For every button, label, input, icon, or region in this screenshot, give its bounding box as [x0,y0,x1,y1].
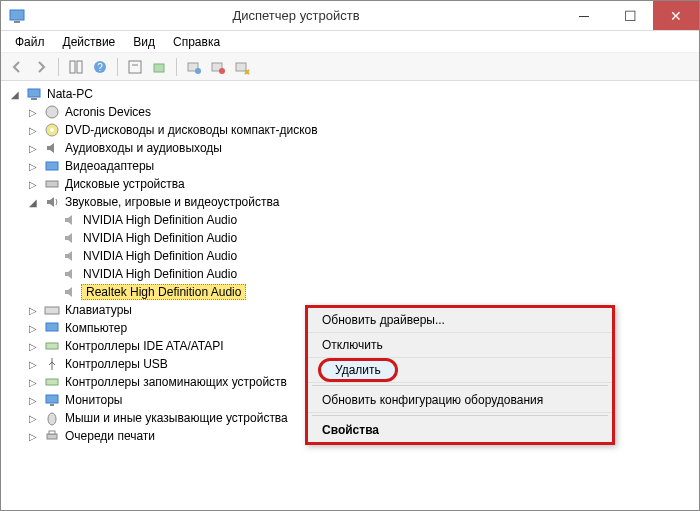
uninstall-icon[interactable] [208,57,228,77]
expander-icon[interactable]: ▷ [25,104,41,120]
expander-icon[interactable]: ◢ [7,86,23,102]
expander-icon[interactable]: ▷ [25,320,41,336]
sound-device-icon [62,284,78,300]
svg-rect-22 [46,323,58,331]
properties-icon[interactable] [125,57,145,77]
context-menu-separator [312,415,608,416]
tree-label: Компьютер [63,321,129,335]
sound-device-icon [62,212,78,228]
svg-point-16 [46,106,58,118]
tree-label: Клавиатуры [63,303,134,317]
tree-label: Мониторы [63,393,124,407]
tree-label: NVIDIA High Definition Audio [81,249,239,263]
sound-icon [44,194,60,210]
expander-spacer [43,284,59,300]
expander-spacer [43,212,59,228]
update-icon[interactable] [149,57,169,77]
context-menu-disable[interactable]: Отключить [308,333,612,358]
expander-icon[interactable]: ▷ [25,410,41,426]
svg-rect-25 [46,395,58,403]
expander-icon[interactable]: ▷ [25,176,41,192]
menu-file[interactable]: Файл [7,33,53,51]
tree-label: Acronis Devices [63,105,153,119]
tree-item[interactable]: ▷ Видеоадаптеры [7,157,693,175]
disable-icon[interactable] [232,57,252,77]
minimize-button[interactable]: ─ [561,1,607,30]
tree-root[interactable]: ◢ Nata-PC [7,85,693,103]
app-icon [9,8,25,24]
expander-icon[interactable]: ▷ [25,428,41,444]
svg-rect-23 [46,343,58,349]
disk-drive-icon [44,176,60,192]
svg-rect-15 [31,98,37,100]
context-menu-delete[interactable]: Удалить [308,358,612,383]
tree-item[interactable]: ▷ DVD-дисководы и дисководы компакт-диск… [7,121,693,139]
sound-device-icon [62,248,78,264]
scan-hardware-icon[interactable] [184,57,204,77]
menu-action[interactable]: Действие [55,33,124,51]
expander-icon[interactable]: ▷ [25,140,41,156]
computer-icon [26,86,42,102]
tree-label: Контроллеры IDE ATA/ATAPI [63,339,226,353]
svg-rect-0 [10,10,24,20]
window-title: Диспетчер устройств [31,8,561,23]
usb-icon [44,356,60,372]
context-menu-properties[interactable]: Свойства [308,418,612,442]
show-hide-tree-button[interactable] [66,57,86,77]
menu-help[interactable]: Справка [165,33,228,51]
storage-controller-icon [44,374,60,390]
back-button[interactable] [7,57,27,77]
tree-item[interactable]: ▷ Дисковые устройства [7,175,693,193]
expander-spacer [43,248,59,264]
svg-rect-3 [77,61,82,73]
device-tree[interactable]: ◢ Nata-PC ▷ Acronis Devices ▷ DVD-дисков… [1,81,699,508]
expander-icon[interactable]: ◢ [25,194,41,210]
svg-rect-1 [14,21,20,23]
tree-item[interactable]: ◢ Звуковые, игровые и видеоустройства [7,193,693,211]
tree-label: DVD-дисководы и дисководы компакт-дисков [63,123,320,137]
svg-rect-19 [46,162,58,170]
svg-rect-13 [236,63,246,71]
maximize-button[interactable]: ☐ [607,1,653,30]
tree-item[interactable]: NVIDIA High Definition Audio [7,247,693,265]
forward-button[interactable] [31,57,51,77]
tree-item-selected[interactable]: Realtek High Definition Audio [7,283,693,301]
svg-rect-14 [28,89,40,97]
svg-point-12 [219,68,225,74]
close-button[interactable]: ✕ [653,1,699,30]
sound-device-icon [62,230,78,246]
svg-rect-8 [154,64,164,72]
expander-icon[interactable]: ▷ [25,338,41,354]
expander-icon[interactable]: ▷ [25,122,41,138]
tree-label: NVIDIA High Definition Audio [81,213,239,227]
expander-icon[interactable]: ▷ [25,392,41,408]
tree-item[interactable]: NVIDIA High Definition Audio [7,211,693,229]
tree-label: Контроллеры USB [63,357,170,371]
context-menu-update-drivers[interactable]: Обновить драйверы... [308,308,612,333]
tree-label: Дисковые устройства [63,177,187,191]
svg-point-18 [50,128,54,132]
svg-rect-29 [49,431,55,434]
svg-rect-6 [129,61,141,73]
menu-view[interactable]: Вид [125,33,163,51]
context-menu-separator [312,385,608,386]
svg-rect-21 [45,307,59,314]
context-menu-scan[interactable]: Обновить конфигурацию оборудования [308,388,612,413]
toolbar: ? [1,53,699,81]
tree-item[interactable]: ▷ Аудиовходы и аудиовыходы [7,139,693,157]
expander-icon[interactable]: ▷ [25,356,41,372]
tree-label: Видеоадаптеры [63,159,156,173]
display-adapter-icon [44,158,60,174]
tree-item[interactable]: ▷ Acronis Devices [7,103,693,121]
expander-icon[interactable]: ▷ [25,302,41,318]
expander-icon[interactable]: ▷ [25,158,41,174]
svg-rect-24 [46,379,58,385]
svg-point-27 [48,413,56,425]
sound-device-icon [62,266,78,282]
expander-icon[interactable]: ▷ [25,374,41,390]
help-icon[interactable]: ? [90,57,110,77]
svg-text:?: ? [97,62,103,73]
tree-label: Звуковые, игровые и видеоустройства [63,195,281,209]
tree-item[interactable]: NVIDIA High Definition Audio [7,229,693,247]
tree-item[interactable]: NVIDIA High Definition Audio [7,265,693,283]
